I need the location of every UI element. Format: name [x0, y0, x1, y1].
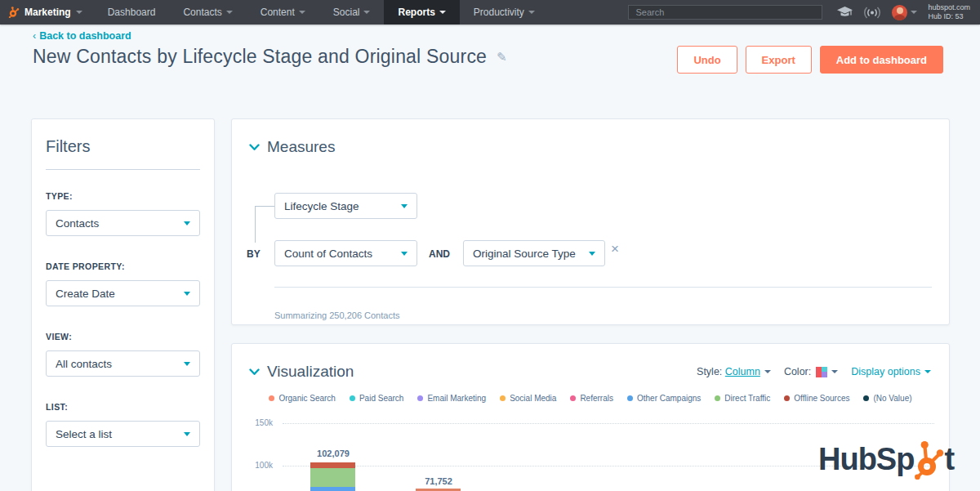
legend-item-organic-search[interactable]: Organic Search — [269, 394, 335, 403]
chevron-down-icon — [184, 221, 190, 225]
chevron-down-icon — [184, 362, 190, 366]
chevron-down-icon — [528, 11, 535, 14]
chevron-down-icon — [76, 11, 82, 14]
legend-item-direct-traffic[interactable]: Direct Traffic — [715, 394, 770, 403]
nav-right-cluster: hubspot.com Hub ID: 53 — [822, 0, 980, 25]
type-dropdown[interactable]: Contacts — [46, 210, 200, 236]
legend-item-no-value[interactable]: (No Value) — [863, 394, 911, 403]
hubspot-sprocket-icon — [8, 7, 20, 18]
measures-header[interactable]: Measures — [249, 138, 335, 156]
filters-panel: Filters TYPE: Contacts DATE PROPERTY: Cr… — [31, 118, 215, 491]
view-label: VIEW: — [46, 332, 200, 341]
legend-dot — [269, 395, 274, 401]
remove-measure-close-icon[interactable]: × — [611, 241, 619, 257]
chevron-down-icon[interactable] — [831, 370, 838, 373]
measures-section: Measures Lifecycle Stage BY Count of Con… — [231, 118, 950, 325]
viz-controls: Style: Column Color: Display options — [697, 366, 931, 377]
nav-item-contacts[interactable]: Contacts — [169, 0, 246, 25]
stacked-bar-1-segment-direct-traffic[interactable] — [310, 468, 355, 487]
edit-title-pencil-icon[interactable]: ✎ — [497, 50, 507, 65]
divider — [46, 169, 200, 170]
hubspot-logo-text-right: t — [944, 440, 954, 479]
list-label: LIST: — [46, 402, 200, 412]
user-avatar-menu[interactable] — [892, 5, 917, 20]
visualization-header[interactable]: Visualization — [249, 363, 354, 381]
chevron-down-icon — [299, 11, 305, 14]
view-dropdown[interactable]: All contacts — [46, 350, 200, 377]
measure-tree-connector — [255, 206, 274, 243]
list-dropdown[interactable]: Select a list — [46, 421, 200, 447]
legend-item-email-marketing[interactable]: Email Marketing — [417, 394, 486, 403]
date-property-dropdown[interactable]: Create Date — [46, 280, 200, 306]
lifecycle-stage-dropdown[interactable]: Lifecycle Stage — [274, 193, 417, 219]
type-label: TYPE: — [46, 191, 200, 201]
chevron-down-icon[interactable] — [924, 370, 931, 373]
legend-item-referrals[interactable]: Referrals — [570, 394, 613, 403]
collapse-chevron-icon — [249, 144, 260, 151]
add-to-dashboard-button[interactable]: Add to dashboard — [820, 46, 943, 74]
measures-title: Measures — [267, 138, 335, 156]
back-chevron-icon: ‹ — [33, 30, 36, 42]
hubspot-logo-text-left: HubSp — [818, 440, 914, 479]
header-buttons: Undo Export Add to dashboard — [677, 46, 943, 74]
avatar — [892, 5, 907, 20]
legend-dot — [350, 395, 355, 401]
color-palette-swatch[interactable] — [816, 367, 827, 377]
divider — [274, 287, 932, 288]
hubspot-logo-watermark: HubSp t — [818, 440, 954, 480]
original-source-type-dropdown[interactable]: Original Source Type — [463, 240, 605, 266]
chevron-down-icon — [439, 11, 446, 14]
collapse-chevron-icon — [249, 368, 260, 376]
chevron-down-icon[interactable] — [764, 370, 771, 373]
nav-item-reports[interactable]: Reports — [384, 0, 459, 25]
chevron-down-icon — [226, 11, 233, 14]
broadcast-notifications-icon[interactable] — [863, 7, 881, 19]
legend-item-social-media[interactable]: Social Media — [500, 394, 556, 403]
legend-dot — [500, 395, 506, 401]
chevron-down-icon — [184, 292, 190, 296]
chevron-down-icon — [401, 252, 408, 256]
gridline — [283, 423, 934, 424]
page-title: New Contacts by Lifecycle Stage and Orig… — [33, 46, 487, 68]
bar-total-label-2: 71,752 — [391, 476, 486, 486]
style-column-dropdown[interactable]: Column — [725, 366, 760, 377]
search-placeholder: Search — [635, 7, 664, 17]
nav-item-productivity[interactable]: Productivity — [460, 0, 549, 25]
color-label: Color: — [784, 366, 811, 377]
account-hub-id: Hub ID: 53 — [928, 12, 970, 21]
legend-item-other-campaigns[interactable]: Other Campaigns — [627, 394, 701, 403]
nav-item-social[interactable]: Social — [319, 0, 385, 25]
stacked-bar-1-segment-other-campaigns[interactable] — [310, 487, 355, 491]
top-nav: Marketing Dashboard Contacts Content Soc… — [0, 0, 980, 25]
nav-brand-label: Marketing — [24, 7, 71, 18]
legend-dot — [863, 395, 869, 401]
stacked-bar-1-segment-offline[interactable] — [310, 462, 355, 468]
hubspot-sprocket-icon — [914, 440, 944, 480]
search-input[interactable]: Search — [628, 5, 822, 20]
legend-dot — [417, 395, 423, 401]
back-to-dashboard-link[interactable]: ‹Back to dashboard — [33, 30, 131, 42]
chevron-down-icon — [184, 432, 190, 436]
summarizing-text: Summarizing 250,206 Contacts — [274, 310, 399, 320]
y-axis-tick-100k: 100k — [247, 461, 273, 470]
undo-button[interactable]: Undo — [677, 46, 737, 74]
legend-item-paid-search[interactable]: Paid Search — [350, 394, 403, 403]
visualization-title: Visualization — [267, 363, 354, 381]
legend-item-offline-sources[interactable]: Offline Sources — [784, 394, 849, 403]
and-label: AND — [429, 248, 450, 260]
legend-dot — [784, 395, 790, 401]
account-info[interactable]: hubspot.com Hub ID: 53 — [928, 3, 970, 21]
display-options-dropdown[interactable]: Display options — [851, 366, 920, 377]
by-label: BY — [247, 248, 261, 260]
nav-brand-marketing[interactable]: Marketing — [0, 0, 94, 25]
academy-graduation-cap-icon[interactable] — [837, 7, 853, 18]
chevron-down-icon — [911, 11, 917, 14]
export-button[interactable]: Export — [746, 46, 812, 74]
count-of-contacts-dropdown[interactable]: Count of Contacts — [274, 240, 417, 266]
nav-item-content[interactable]: Content — [247, 0, 319, 25]
nav-item-dashboard[interactable]: Dashboard — [94, 0, 170, 25]
date-property-label: DATE PROPERTY: — [46, 261, 200, 271]
chart-legend: Organic Search Paid Search Email Marketi… — [232, 394, 949, 403]
legend-dot — [627, 395, 633, 401]
chevron-down-icon — [401, 204, 408, 208]
